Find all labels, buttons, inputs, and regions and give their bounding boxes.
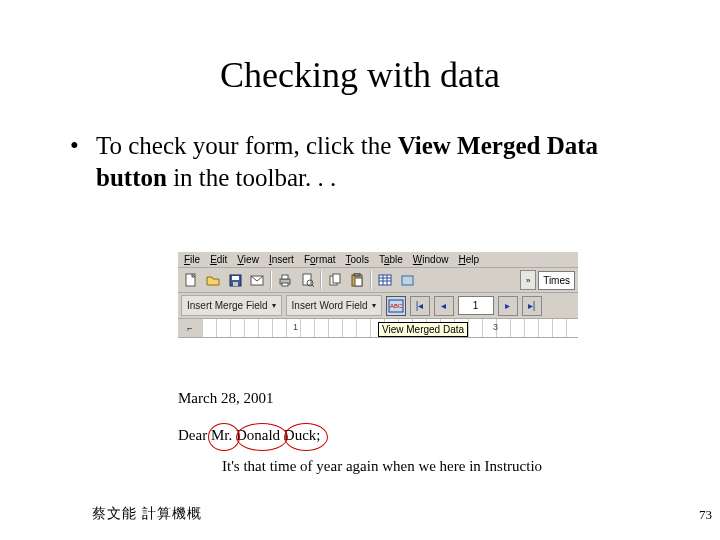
menu-window[interactable]: Window — [413, 254, 449, 265]
letter-date: March 28, 2001 — [178, 390, 608, 407]
save-icon[interactable] — [225, 270, 245, 290]
menu-table[interactable]: Table — [379, 254, 403, 265]
svg-rect-7 — [282, 283, 288, 286]
record-number-input[interactable]: 1 — [458, 296, 494, 315]
tab-align-icon[interactable]: ⌐ — [178, 319, 203, 337]
bullet-text-prefix: To check your form, click the — [96, 132, 398, 159]
prev-record-icon[interactable]: ◂ — [434, 296, 454, 316]
svg-rect-21 — [402, 276, 413, 285]
insert-merge-field-button[interactable]: Insert Merge Field▾ — [181, 295, 282, 316]
ruler-mark: 1 — [293, 322, 298, 332]
footer-author: 蔡文能 計算機概 — [92, 505, 202, 523]
next-record-icon[interactable]: ▸ — [498, 296, 518, 316]
bullet-text-suffix: in the toolbar. . . — [167, 164, 336, 191]
menu-help[interactable]: Help — [458, 254, 479, 265]
letter-salutation: Dear Mr. Donald Duck; — [178, 427, 608, 444]
menu-bar[interactable]: File Edit View Insert Format Tools Table… — [178, 252, 578, 268]
print-icon[interactable] — [275, 270, 295, 290]
ruler: ⌐ 1 3 View Merged Data — [178, 319, 578, 338]
menu-edit[interactable]: Edit — [210, 254, 227, 265]
menu-insert[interactable]: Insert — [269, 254, 294, 265]
overflow-icon[interactable]: » — [520, 270, 536, 290]
svg-line-10 — [312, 285, 314, 287]
page-number: 73 — [699, 507, 712, 523]
separator — [320, 271, 322, 289]
paste-icon[interactable] — [347, 270, 367, 290]
svg-rect-3 — [233, 282, 238, 286]
misc-icon[interactable] — [397, 270, 417, 290]
menu-format[interactable]: Format — [304, 254, 336, 265]
svg-rect-12 — [333, 274, 340, 283]
copy-icon[interactable] — [325, 270, 345, 290]
svg-text:ABC: ABC — [390, 303, 403, 309]
font-dropdown[interactable]: Times — [538, 271, 575, 290]
svg-rect-2 — [232, 276, 239, 280]
ruler-mark: 3 — [493, 322, 498, 332]
last-record-icon[interactable]: ▸| — [522, 296, 542, 316]
svg-rect-6 — [282, 275, 288, 279]
menu-view[interactable]: View — [237, 254, 259, 265]
view-merged-data-button[interactable]: ABC — [386, 296, 406, 316]
view-merged-data-tooltip: View Merged Data — [378, 322, 468, 337]
letter-preview: March 28, 2001 Dear Mr. Donald Duck; It'… — [178, 390, 608, 475]
word-toolbar-screenshot: File Edit View Insert Format Tools Table… — [178, 252, 578, 338]
slide-title: Checking with data — [0, 54, 720, 96]
preview-icon[interactable] — [297, 270, 317, 290]
menu-file[interactable]: File — [184, 254, 200, 265]
separator — [370, 271, 372, 289]
mailmerge-toolbar: Insert Merge Field▾ Insert Word Field▾ A… — [178, 293, 578, 319]
separator — [270, 271, 272, 289]
first-record-icon[interactable]: |◂ — [410, 296, 430, 316]
svg-rect-14 — [355, 278, 362, 286]
table-icon[interactable] — [375, 270, 395, 290]
svg-rect-15 — [354, 273, 360, 276]
insert-word-field-button[interactable]: Insert Word Field▾ — [286, 295, 382, 316]
open-icon[interactable] — [203, 270, 223, 290]
letter-body: It's that time of year again when we her… — [178, 458, 608, 475]
menu-tools[interactable]: Tools — [346, 254, 369, 265]
mail-icon[interactable] — [247, 270, 267, 290]
new-icon[interactable] — [181, 270, 201, 290]
svg-rect-16 — [379, 275, 391, 285]
bullet-marker: • — [70, 130, 96, 194]
bullet-item: • To check your form, click the View Mer… — [0, 130, 720, 194]
standard-toolbar: » Times — [178, 268, 578, 293]
